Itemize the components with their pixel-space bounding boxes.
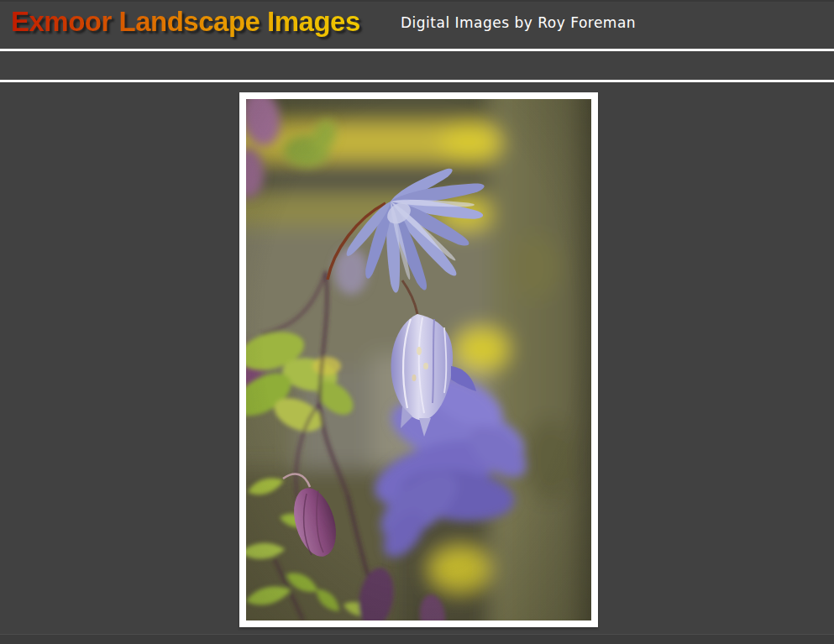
site-title: Exmoor Landscape Images <box>11 6 360 38</box>
site-header: Exmoor Landscape Images Digital Images b… <box>0 0 834 49</box>
photo-vignette <box>246 99 591 620</box>
clematis-photo-image <box>246 99 591 620</box>
main-content <box>0 82 834 634</box>
photo-frame[interactable] <box>239 92 598 627</box>
footer-bar <box>0 635 834 644</box>
page: Exmoor Landscape Images Digital Images b… <box>0 0 834 644</box>
site-subtitle: Digital Images by Roy Foreman <box>401 14 636 31</box>
nav-bar <box>0 51 834 81</box>
